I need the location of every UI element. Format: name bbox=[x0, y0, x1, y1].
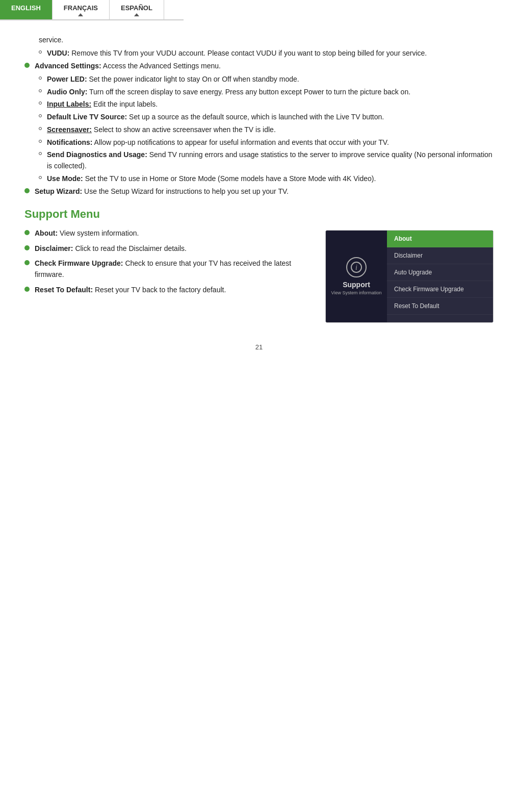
service-continuation: service. bbox=[39, 35, 494, 46]
support-text-column: About: View system information. Disclaim… bbox=[24, 228, 310, 299]
notifications-bullet: Notifications: Allow pop-up notification… bbox=[39, 137, 494, 148]
send-diagnostics-label: Send Diagnostics and Usage: bbox=[47, 150, 147, 159]
input-labels-label: Input Labels: bbox=[47, 100, 91, 108]
tv-view-system-label: View System information bbox=[331, 290, 382, 295]
audio-only-label: Audio Only: bbox=[47, 88, 87, 96]
power-led-description: Set the power indicator light to stay On… bbox=[89, 75, 299, 83]
power-led-text: Power LED: Set the power indicator light… bbox=[47, 74, 494, 85]
reset-item: Reset To Default: Reset your TV back to … bbox=[24, 285, 310, 296]
vudu-label: VUDU: bbox=[47, 49, 69, 57]
use-mode-text: Use Mode: Set the TV to use in Home or S… bbox=[47, 173, 494, 185]
audio-only-text: Audio Only: Turn off the screen display … bbox=[47, 87, 494, 98]
vudu-bullet: VUDU: Remove this TV from your VUDU acco… bbox=[39, 48, 494, 59]
lang-tab-english[interactable]: ENGLISH bbox=[0, 0, 53, 19]
disclaimer-dot bbox=[24, 245, 30, 250]
vudu-text: VUDU: Remove this TV from your VUDU acco… bbox=[47, 48, 494, 59]
send-diagnostics-dash-icon bbox=[39, 152, 42, 155]
advanced-settings-item: Advanced Settings: Access the Advanced S… bbox=[24, 61, 494, 72]
check-firmware-item: Check Firmware Upgrade: Check to ensure … bbox=[24, 258, 310, 280]
use-mode-bullet: Use Mode: Set the TV to use in Home or S… bbox=[39, 173, 494, 185]
default-live-dash-icon bbox=[39, 114, 42, 117]
tv-left-panel: i Support View System information bbox=[326, 231, 387, 322]
tv-support-icon: i bbox=[346, 257, 367, 277]
tv-ui-screenshot: i Support View System information About … bbox=[325, 230, 494, 323]
support-section: About: View system information. Disclaim… bbox=[24, 228, 494, 323]
about-item: About: View system information. bbox=[24, 228, 310, 239]
vudu-dash-icon bbox=[39, 50, 42, 54]
page-number: 21 bbox=[24, 343, 494, 351]
about-description: View system information. bbox=[60, 229, 139, 237]
reset-dot bbox=[24, 287, 30, 292]
audio-only-dash-icon bbox=[39, 89, 42, 92]
notifications-dash-icon bbox=[39, 140, 42, 143]
use-mode-description: Set the TV to use in Home or Store Mode … bbox=[85, 174, 376, 183]
screensaver-bullet: Screensaver: Select to show an active sc… bbox=[39, 124, 494, 136]
check-firmware-text: Check Firmware Upgrade: Check to ensure … bbox=[35, 258, 310, 280]
input-labels-bullet: Input Labels: Edit the input labels. bbox=[39, 99, 494, 110]
advanced-settings-subitems: Power LED: Set the power indicator light… bbox=[39, 74, 494, 184]
check-firmware-dot bbox=[24, 260, 30, 265]
send-diagnostics-bullet: Send Diagnostics and Usage: Send TV runn… bbox=[39, 149, 494, 171]
tv-menu-item-reset: Reset To Default bbox=[387, 298, 493, 315]
default-live-text: Default Live TV Source: Set up a source … bbox=[47, 112, 494, 123]
lang-tab-espanol[interactable]: ESPAÑOL bbox=[110, 0, 164, 19]
advanced-settings-description: Access the Advanced Settings menu. bbox=[103, 62, 221, 70]
screensaver-label: Screensaver: bbox=[47, 125, 92, 134]
disclaimer-label: Disclaimer: bbox=[35, 244, 73, 252]
setup-wizard-item: Setup Wizard: Use the Setup Wizard for i… bbox=[24, 186, 494, 197]
screensaver-text: Screensaver: Select to show an active sc… bbox=[47, 124, 494, 136]
espanol-triangle-icon bbox=[134, 13, 139, 16]
input-labels-text: Input Labels: Edit the input labels. bbox=[47, 99, 494, 110]
reset-label: Reset To Default: bbox=[35, 286, 93, 294]
notifications-text: Notifications: Allow pop-up notification… bbox=[47, 137, 494, 148]
lang-tab-francais[interactable]: FRANÇAIS bbox=[53, 0, 110, 19]
tv-menu-item-auto-upgrade: Auto Upgrade bbox=[387, 264, 493, 281]
advanced-settings-label: Advanced Settings: bbox=[35, 62, 101, 70]
service-text: service. bbox=[39, 35, 494, 46]
power-led-bullet: Power LED: Set the power indicator light… bbox=[39, 74, 494, 85]
disclaimer-text: Disclaimer: Click to read the Disclaimer… bbox=[35, 243, 310, 255]
tv-menu-item-disclaimer: Disclaimer bbox=[387, 247, 493, 264]
screensaver-dash-icon bbox=[39, 127, 42, 130]
support-menu-heading: Support Menu bbox=[24, 208, 494, 221]
vudu-section: VUDU: Remove this TV from your VUDU acco… bbox=[39, 48, 494, 59]
input-labels-description: Edit the input labels. bbox=[93, 100, 158, 108]
tv-menu-item-check-firmware: Check Firmware Upgrade bbox=[387, 281, 493, 298]
about-text: About: View system information. bbox=[35, 228, 310, 239]
about-label: About: bbox=[35, 229, 58, 237]
tv-ui-inner: i Support View System information About … bbox=[326, 231, 493, 322]
setup-wizard-dot bbox=[24, 188, 30, 193]
check-firmware-label: Check Firmware Upgrade: bbox=[35, 259, 123, 267]
power-led-dash-icon bbox=[39, 77, 42, 80]
use-mode-label: Use Mode: bbox=[47, 174, 83, 183]
language-tabs: ENGLISH FRANÇAIS ESPAÑOL bbox=[0, 0, 184, 20]
notifications-description: Allow pop-up notifications to appear for… bbox=[94, 138, 389, 146]
francais-triangle-icon bbox=[78, 13, 83, 16]
advanced-settings-dot bbox=[24, 63, 30, 68]
setup-wizard-text: Setup Wizard: Use the Setup Wizard for i… bbox=[35, 186, 494, 197]
lang-tab-english-label: ENGLISH bbox=[11, 4, 41, 12]
use-mode-dash-icon bbox=[39, 176, 42, 179]
disclaimer-description: Click to read the Disclaimer details. bbox=[75, 244, 187, 252]
audio-only-description: Turn off the screen display to save ener… bbox=[89, 88, 410, 96]
disclaimer-item: Disclaimer: Click to read the Disclaimer… bbox=[24, 243, 310, 255]
vudu-description: Remove this TV from your VUDU account. P… bbox=[71, 49, 427, 57]
svg-text:i: i bbox=[355, 264, 357, 271]
advanced-settings-text: Advanced Settings: Access the Advanced S… bbox=[35, 61, 494, 72]
about-dot bbox=[24, 230, 30, 235]
default-live-bullet: Default Live TV Source: Set up a source … bbox=[39, 112, 494, 123]
main-content: service. VUDU: Remove this TV from your … bbox=[0, 20, 518, 371]
power-led-label: Power LED: bbox=[47, 75, 87, 83]
reset-text: Reset To Default: Reset your TV back to … bbox=[35, 285, 310, 296]
setup-wizard-label: Setup Wizard: bbox=[35, 187, 82, 195]
tv-support-label: Support bbox=[343, 281, 370, 289]
default-live-label: Default Live TV Source: bbox=[47, 113, 127, 121]
default-live-description: Set up a source as the default source, w… bbox=[129, 113, 384, 121]
lang-tab-francais-label: FRANÇAIS bbox=[64, 4, 98, 12]
lang-tab-espanol-label: ESPAÑOL bbox=[121, 4, 152, 12]
send-diagnostics-text: Send Diagnostics and Usage: Send TV runn… bbox=[47, 149, 494, 171]
input-labels-dash-icon bbox=[39, 102, 42, 105]
reset-description: Reset your TV back to the factory defaul… bbox=[95, 286, 226, 294]
audio-only-bullet: Audio Only: Turn off the screen display … bbox=[39, 87, 494, 98]
screensaver-description: Select to show an active screensaver whe… bbox=[94, 125, 276, 134]
